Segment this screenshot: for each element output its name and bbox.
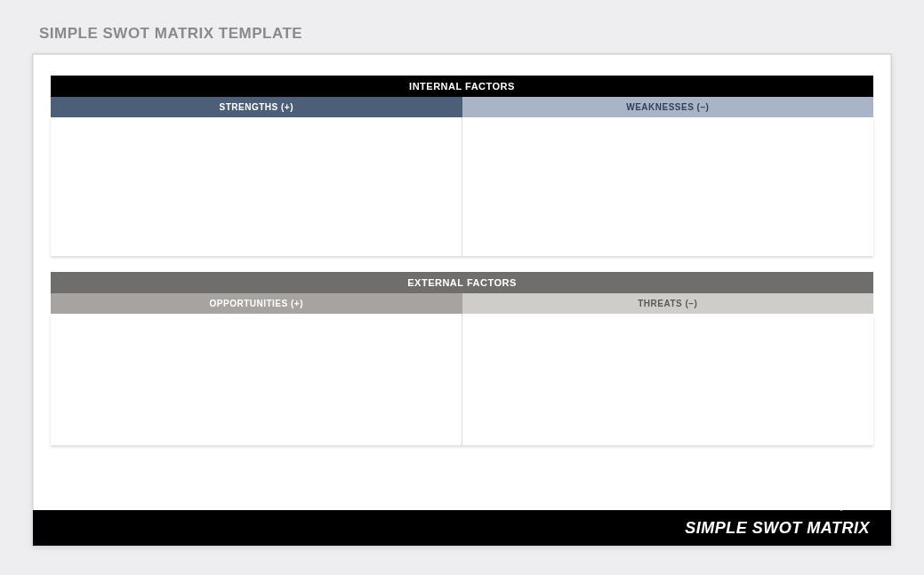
external-subheader-row: OPPORTUNITIES (+) THREATS (–) [51,293,873,314]
internal-section: INTERNAL FACTORS STRENGTHS (+) WEAKNESSE… [51,76,873,256]
external-header: EXTERNAL FACTORS [51,272,873,293]
strengths-cell[interactable] [51,117,462,256]
external-body-row [51,314,873,445]
footer-label: SIMPLE SWOT MATRIX [685,519,870,538]
internal-header: INTERNAL FACTORS [51,76,873,97]
weaknesses-cell[interactable] [462,117,873,256]
internal-body-row [51,117,873,256]
threats-cell[interactable] [462,314,873,445]
internal-subheader-row: STRENGTHS (+) WEAKNESSES (–) [51,97,873,117]
footer-bar: SIMPLE SWOT MATRIX [33,510,891,546]
opportunities-cell[interactable] [51,314,462,445]
external-section: EXTERNAL FACTORS OPPORTUNITIES (+) THREA… [51,272,873,445]
chevron-down-icon [832,502,850,511]
strengths-header: STRENGTHS (+) [51,97,462,117]
page-title: SIMPLE SWOT MATRIX TEMPLATE [39,25,892,43]
opportunities-header: OPPORTUNITIES (+) [51,293,462,314]
slide-frame: INTERNAL FACTORS STRENGTHS (+) WEAKNESSE… [32,53,892,547]
weaknesses-header: WEAKNESSES (–) [462,97,874,117]
threats-header: THREATS (–) [462,293,874,314]
